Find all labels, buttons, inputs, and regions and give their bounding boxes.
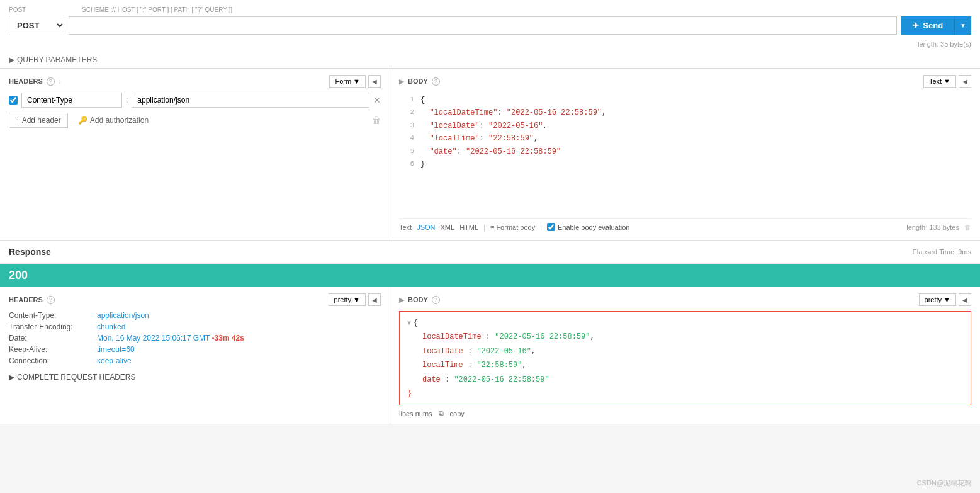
method-select[interactable]: POST GET PUT DELETE PATCH [9, 16, 65, 35]
headers-title: HEADERS [9, 77, 43, 85]
resp-header-row: Keep-Alive: timeout=60 [9, 345, 381, 354]
add-authorization-button[interactable]: 🔑 Add authorization [78, 116, 149, 125]
resp-collapse-button[interactable]: ◀ [368, 293, 381, 306]
complete-request-headers-button[interactable]: ▶ COMPLETE REQUEST HEADERS [9, 368, 381, 387]
send-dropdown-button[interactable]: ▼ [955, 16, 971, 35]
send-plane-icon: ✈ [912, 21, 919, 30]
enable-eval-checkbox[interactable] [547, 223, 555, 231]
chevron-right-icon: ▶ [9, 55, 14, 64]
chevron-down-icon: ▼ [353, 77, 360, 85]
headers-info-icon: ? [47, 77, 55, 86]
resp-header-row: Date: Mon, 16 May 2022 15:06:17 GMT -33m… [9, 334, 381, 343]
body-code-area: 1{ 2 "localDateTime": "2022-05-16 22:58:… [399, 93, 971, 218]
delete-all-headers-button[interactable]: 🗑 [372, 115, 381, 125]
body-json-tab[interactable]: JSON [417, 224, 435, 231]
sort-icon[interactable]: ↕ [59, 78, 62, 85]
resp-body-info-icon: ? [432, 296, 440, 304]
query-params-label: QUERY PARAMETERS [17, 55, 97, 64]
format-icon: ≡ [490, 224, 494, 231]
body-length: length: 133 bytes [906, 224, 959, 231]
expand-body-arrow[interactable]: ▶ [399, 77, 404, 86]
resp-header-row: Content-Type: application/json [9, 311, 381, 320]
resp-headers-title: HEADERS [9, 296, 43, 303]
body-info-icon: ? [432, 77, 440, 86]
elapsed-time: Elapsed Time: 9ms [912, 248, 971, 256]
query-params-row[interactable]: ▶ QUERY PARAMETERS [9, 53, 971, 68]
resp-headers-info-icon: ? [47, 296, 55, 304]
lines-nums-link[interactable]: lines nums [399, 410, 432, 417]
form-dropdown[interactable]: Form ▼ [329, 75, 366, 88]
header-key-input[interactable] [21, 93, 122, 108]
header-enabled-checkbox[interactable] [9, 96, 18, 105]
response-title: Response [9, 247, 51, 257]
enable-eval-label: Enable body evaluation [547, 223, 629, 231]
resp-header-row: Transfer-Encoding: chunked [9, 322, 381, 331]
key-icon: 🔑 [78, 116, 87, 125]
body-xml-tab[interactable]: XML [441, 224, 455, 231]
resp-headers-list: Content-Type: application/json Transfer-… [9, 311, 381, 365]
header-delete-button[interactable]: ✕ [373, 95, 381, 105]
scheme-label: SCHEME :// HOST [ ":" PORT ] [ PATH [ "?… [82, 6, 971, 13]
header-value-input[interactable] [132, 93, 369, 108]
status-bar: 200 [0, 264, 980, 287]
chevron-down-icon-body: ▼ [943, 77, 950, 85]
resp-header-row: Connection: keep-alive [9, 356, 381, 365]
format-body-button[interactable]: ≡ Format body [490, 224, 535, 231]
copy-link[interactable]: copy [450, 410, 465, 417]
length-info: length: 35 byte(s) [9, 39, 971, 50]
header-row: : ✕ [9, 93, 381, 108]
collapse-left-button[interactable]: ◀ [368, 75, 381, 88]
send-button[interactable]: ✈ Send [901, 16, 955, 35]
collapse-right-button[interactable]: ◀ [959, 75, 971, 88]
body-html-tab[interactable]: HTML [459, 224, 478, 231]
header-colon: : [126, 96, 128, 105]
body-text-tab[interactable]: Text [399, 224, 412, 231]
chevron-down-icon-resp-body: ▼ [943, 296, 950, 303]
text-dropdown[interactable]: Text ▼ [923, 75, 956, 88]
resp-body-title: BODY [408, 296, 428, 303]
resp-expand-arrow[interactable]: ▶ [399, 296, 404, 304]
chevron-down-icon-resp: ▼ [353, 296, 360, 303]
add-header-button[interactable]: + Add header [9, 113, 68, 128]
resp-collapse-arrow[interactable]: ▼ [407, 318, 411, 329]
resp-pretty-dropdown[interactable]: pretty ▼ [329, 293, 366, 306]
resp-body-collapse-button[interactable]: ◀ [959, 293, 971, 306]
chevron-right-icon-req: ▶ [9, 373, 14, 382]
url-input[interactable]: http://localhost:8080/date/set_body [69, 16, 897, 35]
delete-body-button[interactable]: 🗑 [964, 224, 971, 231]
method-label: POST [9, 6, 78, 13]
resp-body-area: ▼ { localDateTime : "2022-05-16 22:58:59… [399, 311, 971, 405]
resp-body-pretty-dropdown[interactable]: pretty ▼ [919, 293, 956, 306]
copy-icon: ⧉ [439, 409, 444, 417]
body-title: BODY [408, 77, 428, 85]
